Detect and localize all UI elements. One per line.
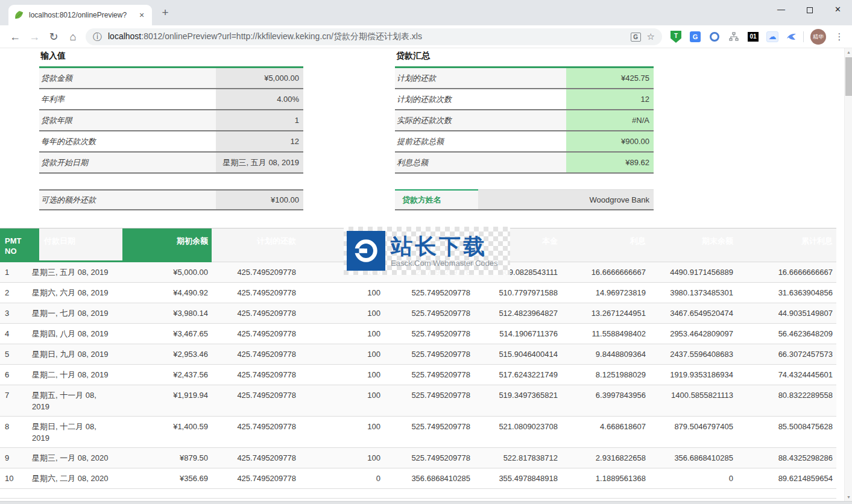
site-watermark: 站长下载 Easck.Com Webmaster Codes bbox=[344, 227, 510, 275]
cell-total-payment: 525.7495209778 bbox=[384, 417, 474, 447]
scroll-down-button[interactable]: ▼ bbox=[845, 493, 852, 502]
extra-payment-row: 可选的额外还款 ¥100.00 bbox=[39, 189, 303, 210]
new-tab-button[interactable]: + bbox=[158, 6, 172, 19]
cell-pmt-no: 8 bbox=[0, 417, 27, 447]
cell-total-payment: 525.7495209778 bbox=[384, 344, 474, 364]
cell-principal: 519.3497365821 bbox=[474, 385, 561, 416]
cell-interest: 9.8448809364 bbox=[561, 344, 649, 364]
url-text: localhost:8012/onlinePreview?url=http://… bbox=[108, 31, 626, 42]
cell-ending-balance: 1400.5855821113 bbox=[649, 385, 737, 416]
table-row: 4星期四, 八月 08, 2019¥3,467.65425.7495209778… bbox=[0, 324, 836, 344]
extension-bird-icon[interactable] bbox=[785, 30, 798, 43]
cell-pmt-no: 9 bbox=[0, 448, 27, 468]
table-row: 提前还款总额¥900.00 bbox=[395, 131, 654, 153]
page-info-icon[interactable]: ⓘ bbox=[93, 31, 102, 43]
browser-window: localhost:8012/onlinePreview? ✕ + — ✕ ← … bbox=[0, 0, 852, 504]
cell-interest: 11.5588498402 bbox=[561, 324, 649, 344]
cell-ending-balance: 1919.9353186934 bbox=[649, 365, 737, 385]
forward-button[interactable]: → bbox=[25, 28, 43, 46]
extension-cloud-icon[interactable]: ☁ bbox=[766, 30, 779, 43]
cell-beginning-balance: ¥3,980.14 bbox=[122, 303, 212, 323]
cell-principal: 355.4978848918 bbox=[474, 468, 561, 488]
table-row: 贷款开始日期星期三, 五月 08, 2019 bbox=[39, 153, 303, 174]
translate-page-icon[interactable]: G bbox=[631, 33, 641, 42]
cell-ending-balance: 3467.6549520474 bbox=[649, 303, 737, 323]
tab-close-icon[interactable]: ✕ bbox=[137, 10, 147, 20]
translate-icon: G bbox=[690, 31, 701, 42]
row-value: ¥425.75 bbox=[566, 68, 654, 88]
cell-total-payment: 525.7495209778 bbox=[384, 448, 474, 468]
address-bar[interactable]: ⓘ localhost:8012/onlinePreview?url=http:… bbox=[86, 28, 662, 45]
cell-interest: 6.3997843956 bbox=[561, 385, 649, 416]
cell-extra-payment: 100 bbox=[300, 344, 384, 364]
cell-principal: 514.1906711376 bbox=[474, 324, 561, 344]
row-value: ¥89.62 bbox=[566, 153, 654, 172]
browser-titlebar: localhost:8012/onlinePreview? ✕ + — ✕ bbox=[0, 0, 852, 25]
table-row: 年利率4.00% bbox=[39, 89, 303, 110]
cell-cumulative-interest: 88.4325298286 bbox=[737, 448, 836, 468]
cell-payment-date: 星期日, 十二月 08, 2019 bbox=[27, 417, 122, 447]
minimize-button[interactable]: — bbox=[767, 0, 795, 19]
header-beginning-balance: 期初余额 bbox=[122, 228, 212, 262]
extension-translate-icon[interactable]: G bbox=[689, 30, 702, 43]
browser-tab[interactable]: localhost:8012/onlinePreview? ✕ bbox=[8, 5, 152, 25]
cell-interest: 16.6666666667 bbox=[561, 262, 649, 282]
cell-pmt-no: 4 bbox=[0, 324, 27, 344]
row-label: 提前还款总额 bbox=[395, 131, 566, 151]
row-value: 星期三, 五月 08, 2019 bbox=[216, 153, 303, 172]
bookmark-star-icon[interactable]: ☆ bbox=[647, 31, 655, 42]
extension-ring-icon[interactable] bbox=[708, 30, 721, 43]
row-label: 利息总额 bbox=[395, 153, 566, 172]
reload-button[interactable]: ↻ bbox=[45, 28, 63, 46]
extension-shield-icon[interactable]: T bbox=[669, 30, 683, 43]
cell-payment-date: 星期三, 一月 08, 2020 bbox=[27, 448, 122, 468]
browser-toolbar: ← → ↻ ⌂ ⓘ localhost:8012/onlinePreview?u… bbox=[0, 25, 852, 48]
cell-beginning-balance: ¥4,490.92 bbox=[122, 283, 212, 303]
scroll-up-button[interactable]: ▲ bbox=[845, 48, 852, 57]
shield-icon: T bbox=[671, 31, 681, 43]
cell-cumulative-interest: 56.4623648209 bbox=[737, 324, 836, 344]
row-label: 贷款开始日期 bbox=[39, 153, 216, 172]
cell-cumulative-interest: 85.5008475628 bbox=[737, 417, 836, 447]
summary-table: 计划的还款¥425.75计划的还款次数12实际的还款次数#N/A提前还款总额¥9… bbox=[395, 68, 654, 174]
table-row: 10星期六, 二月 08, 2020¥356.69425.74952097780… bbox=[0, 468, 836, 489]
cell-total-payment: 525.7495209778 bbox=[384, 365, 474, 385]
watermark-title: 站长下载 bbox=[391, 235, 498, 259]
cell-extra-payment: 100 bbox=[300, 365, 384, 385]
extension-01-icon[interactable]: 01 bbox=[746, 30, 760, 43]
cell-cumulative-interest: 74.4324445601 bbox=[737, 365, 836, 385]
row-value: 4.00% bbox=[216, 89, 303, 109]
table-row: 8星期日, 十二月 08, 2019¥1,400.59425.749520977… bbox=[0, 417, 836, 448]
cell-scheduled-payment: 425.7495209778 bbox=[212, 344, 300, 364]
summary-section-title: 贷款汇总 bbox=[395, 51, 654, 68]
cell-scheduled-payment: 425.7495209778 bbox=[212, 324, 300, 344]
cell-beginning-balance: ¥356.69 bbox=[122, 468, 212, 488]
back-button[interactable]: ← bbox=[6, 28, 24, 46]
cell-pmt-no: 1 bbox=[0, 262, 27, 282]
cell-payment-date: 星期三, 五月 08, 2019 bbox=[27, 262, 122, 282]
scrollbar-thumb[interactable] bbox=[845, 57, 852, 96]
header-ending-balance: 期末余额 bbox=[649, 228, 737, 262]
header-payment-date: 付款日期 bbox=[39, 228, 122, 262]
header-scheduled-payment: 计划的还款 bbox=[212, 228, 300, 262]
table-row: 贷款年限1 bbox=[39, 110, 303, 131]
vertical-scrollbar[interactable]: ▲ ▼ bbox=[844, 48, 852, 504]
cell-scheduled-payment: 425.7495209778 bbox=[212, 262, 300, 282]
table-row: 7星期五, 十一月 08, 2019¥1,919.94425.749520977… bbox=[0, 385, 836, 417]
cell-scheduled-payment: 425.7495209778 bbox=[212, 303, 300, 323]
header-pmt-no: PMT NO bbox=[0, 228, 39, 262]
cell-total-payment: 525.7495209778 bbox=[384, 283, 474, 303]
profile-avatar[interactable]: 精华 bbox=[810, 29, 826, 45]
extension-sitemap-icon[interactable] bbox=[727, 30, 740, 43]
close-button[interactable]: ✕ bbox=[824, 0, 852, 19]
browser-menu-button[interactable]: ⋮ bbox=[833, 29, 845, 45]
cell-ending-balance: 356.6868410285 bbox=[649, 448, 737, 468]
home-button[interactable]: ⌂ bbox=[64, 28, 82, 46]
cell-interest: 2.9316822658 bbox=[561, 448, 649, 468]
tab-title: localhost:8012/onlinePreview? bbox=[29, 11, 133, 19]
cell-cumulative-interest: 89.6214859654 bbox=[737, 468, 836, 488]
cell-extra-payment: 100 bbox=[300, 303, 384, 323]
cell-principal: 512.4823964827 bbox=[474, 303, 561, 323]
cell-principal: 517.6243221749 bbox=[474, 365, 561, 385]
maximize-button[interactable] bbox=[795, 0, 824, 19]
